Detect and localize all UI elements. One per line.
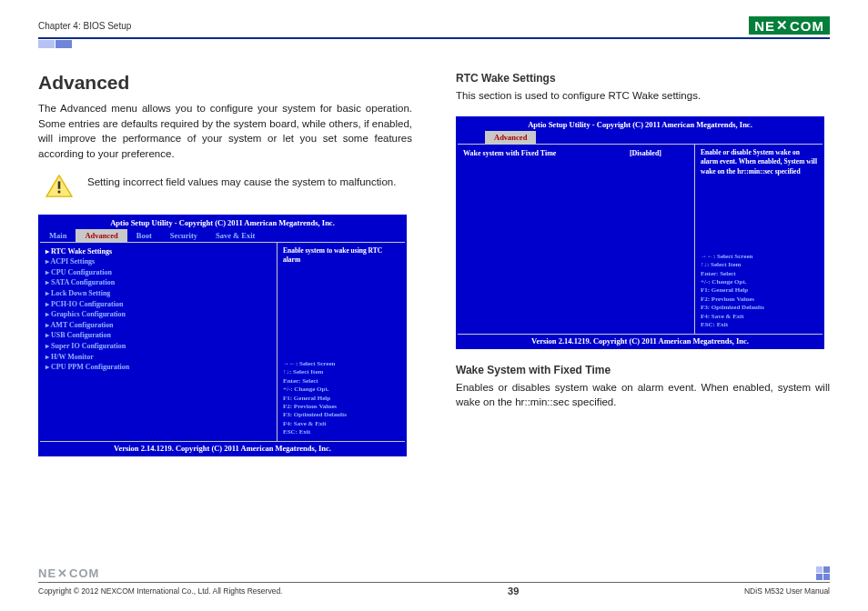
intro-text: The Advanced menu allows you to configur… <box>38 101 412 162</box>
bios-tab-bar: Main Advanced Boot Security Save & Exit <box>40 229 405 242</box>
bios-item[interactable]: ▸ SATA Configuration <box>45 277 271 288</box>
bios-nav-hints: →←: Select Screen ↑↓: Select Item Enter:… <box>283 360 399 437</box>
bios-item[interactable]: ▸ CPU Configuration <box>45 267 271 278</box>
bios-screenshot-advanced: Aptio Setup Utility - Copyright (C) 2011… <box>38 215 407 456</box>
bios-item[interactable]: ▸ USB Configuration <box>45 330 271 341</box>
bios-item[interactable]: ▸ H/W Monitor <box>45 352 271 363</box>
page-title: Advanced <box>38 72 412 94</box>
bios-item[interactable]: ▸ PCH-IO Configuration <box>45 299 271 310</box>
bios-nav-hints: →←: Select Screen ↑↓: Select Item Enter:… <box>701 253 817 330</box>
bios-footer: Version 2.14.1219. Copyright (C) 2011 Am… <box>40 442 405 455</box>
doc-title: NDiS M532 User Manual <box>744 586 830 596</box>
accent-strip <box>38 40 830 48</box>
bios-item[interactable]: ▸ Lock Down Setting <box>45 288 271 299</box>
footer-logo: NE✕COM <box>38 566 830 580</box>
svg-rect-1 <box>58 181 61 188</box>
bios-title: Aptio Setup Utility - Copyright (C) 2011… <box>40 216 405 229</box>
bios-item[interactable]: ▸ Super IO Configuration <box>45 341 271 352</box>
section-text-rtc: This section is used to configure RTC Wa… <box>456 88 830 104</box>
bios-item[interactable]: ▸ AMT Configuration <box>45 320 271 331</box>
section-title-rtc: RTC Wake Settings <box>456 72 830 85</box>
bios-item[interactable]: ▸ Graphics Configuration <box>45 309 271 320</box>
brand-logo: NE✕COM <box>749 16 830 35</box>
bios-item-value[interactable]: [Disabled] <box>630 148 661 159</box>
bios-item-label[interactable]: Wake system with Fixed Time <box>463 148 556 159</box>
warning-icon <box>45 175 73 198</box>
warning-text: Setting incorrect field values may cause… <box>87 175 396 189</box>
bios-help-text: Enable or disable System wake on alarm e… <box>701 148 817 177</box>
bios-item[interactable]: ▸ RTC Wake Settings <box>45 246 271 257</box>
bios-title: Aptio Setup Utility - Copyright (C) 2011… <box>458 118 823 131</box>
bios-help-text: Enable system to wake using RTC alarm <box>283 246 399 265</box>
section-text-wake: Enables or disables system wake on alarm… <box>456 380 830 410</box>
chapter-label: Chapter 4: BIOS Setup <box>38 21 131 31</box>
copyright-text: Copyright © 2012 NEXCOM International Co… <box>38 586 282 596</box>
bios-tab-main[interactable]: Main <box>40 229 76 242</box>
bios-tab-security[interactable]: Security <box>161 229 207 242</box>
header-rule <box>38 37 830 39</box>
bios-tab-bar: Advanced <box>458 131 823 144</box>
bios-menu-list: ▸ RTC Wake Settings▸ ACPI Settings▸ CPU … <box>40 243 278 441</box>
page-number: 39 <box>508 586 519 596</box>
corner-accent <box>816 566 830 580</box>
bios-item[interactable]: ▸ ACPI Settings <box>45 256 271 267</box>
bios-tab-boot[interactable]: Boot <box>127 229 161 242</box>
bios-tab-advanced[interactable]: Advanced <box>485 131 536 144</box>
bios-tab-save[interactable]: Save & Exit <box>207 229 264 242</box>
bios-footer: Version 2.14.1219. Copyright (C) 2011 Am… <box>458 335 823 347</box>
section-title-wake: Wake System with Fixed Time <box>456 364 830 376</box>
footer-rule <box>38 582 830 583</box>
svg-rect-2 <box>58 190 61 193</box>
bios-tab-advanced[interactable]: Advanced <box>76 229 126 242</box>
bios-menu-list: Wake system with Fixed Time [Disabled] <box>458 145 695 334</box>
bios-screenshot-rtc: Aptio Setup Utility - Copyright (C) 2011… <box>456 116 824 349</box>
bios-item[interactable]: ▸ CPU PPM Configuration <box>45 362 271 373</box>
